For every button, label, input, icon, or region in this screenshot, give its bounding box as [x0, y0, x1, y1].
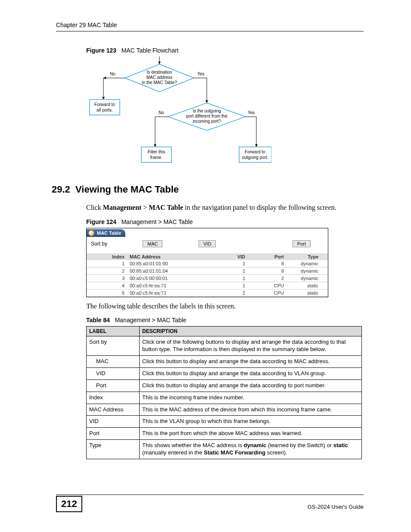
guide-name: GS-2024 User's Guide [308, 504, 364, 510]
desc-row: TypeThis shows whether the MAC address i… [87, 440, 362, 459]
desc-row: IndexThis is the incoming frame index nu… [87, 392, 362, 404]
mac-table-row: 300:a0:c5:00:00:0112dynamic [87, 275, 328, 282]
svg-text:in the MAC Table?: in the MAC Table? [142, 80, 177, 85]
flowchart-diagram: Is destination MAC address in the MAC Ta… [86, 56, 271, 168]
page-number: 212 [56, 496, 82, 512]
svg-text:Is destination: Is destination [147, 70, 172, 75]
svg-text:outgoing port.: outgoing port. [242, 155, 268, 160]
svg-text:No: No [159, 110, 164, 115]
svg-text:Is the outgoing: Is the outgoing [193, 109, 221, 113]
table-84-label: Table 84 [86, 317, 110, 324]
post-figure-text: The following table describes the labels… [86, 302, 364, 311]
description-table: LABEL DESCRIPTION Sort byClick one of th… [86, 326, 362, 459]
svg-text:Forward to: Forward to [94, 102, 115, 107]
desc-row: VIDClick this button to display and arra… [87, 367, 362, 380]
sort-vid-button[interactable]: VID [199, 240, 216, 247]
mac-table-row: 400:a0:c5:fe:ea:711CPUstatic [87, 282, 328, 289]
desc-row: PortClick this button to display and arr… [87, 380, 362, 392]
th-label: LABEL [87, 327, 140, 336]
svg-text:Filter this: Filter this [148, 149, 165, 154]
sortby-label: Sort by [91, 241, 143, 247]
svg-text:all ports.: all ports. [97, 108, 113, 112]
section-number: 29.2 [52, 184, 70, 195]
tab-dot-icon [88, 230, 94, 236]
sort-mac-button[interactable]: MAC [143, 240, 162, 247]
table-84-caption: Table 84 Management > MAC Table [86, 317, 364, 324]
svg-text:port different from the: port different from the [186, 114, 227, 118]
desc-row: VIDThis is the VLAN group to which this … [87, 416, 362, 428]
mac-table-row: 100:85:a0:01:01:0018dynamic [87, 260, 328, 268]
mac-table-header: Index MAC Address VID Port Type [87, 253, 328, 260]
svg-text:Forward to: Forward to [245, 149, 265, 154]
figure-124-label: Figure 124 [86, 218, 116, 225]
desc-row: PortThis is the port from which the abov… [87, 428, 362, 440]
chapter-header: Chapter 29 MAC Table [56, 22, 364, 31]
sort-row: Sort by MAC VID Port [87, 237, 328, 253]
table-84-title: Management > MAC Table [115, 317, 187, 324]
svg-text:incoming port?: incoming port? [193, 119, 221, 124]
svg-text:No: No [110, 72, 115, 76]
th-description: DESCRIPTION [140, 327, 362, 336]
figure-124-title: Management > MAC Table [121, 218, 193, 225]
section-intro: Click Management > MAC Table in the navi… [86, 203, 364, 212]
mac-table-row: 200:85:a0:01:01:0418dynamic [87, 268, 328, 275]
figure-123-caption: Figure 123 MAC Table Flowchart [86, 47, 364, 54]
figure-124-caption: Figure 124 Management > MAC Table [86, 218, 364, 225]
svg-text:MAC address: MAC address [146, 75, 173, 80]
desc-row: MACClick this button to display and arra… [87, 355, 362, 367]
svg-text:Yes: Yes [197, 72, 204, 76]
figure-123-title: MAC Table Flowchart [121, 47, 179, 54]
desc-row: Sort byClick one of the following button… [87, 336, 362, 356]
mac-table-tab: MAC Table [87, 229, 125, 237]
section-heading: 29.2 Viewing the MAC Table [52, 184, 364, 195]
figure-123-label: Figure 123 [86, 47, 116, 54]
desc-row: MAC AddressThis is the MAC address of th… [87, 404, 362, 416]
svg-text:Yes: Yes [248, 110, 255, 115]
sort-port-button[interactable]: Port [293, 240, 311, 247]
mac-table-screenshot: MAC Table Sort by MAC VID Port Index MAC… [86, 228, 328, 297]
page-footer: 212 GS-2024 User's Guide [56, 495, 364, 515]
section-title: Viewing the MAC Table [75, 184, 179, 195]
mac-table-row: 500:a0:c5:fe:ea:712CPUstatic [87, 289, 328, 297]
svg-text:frame.: frame. [150, 155, 162, 160]
